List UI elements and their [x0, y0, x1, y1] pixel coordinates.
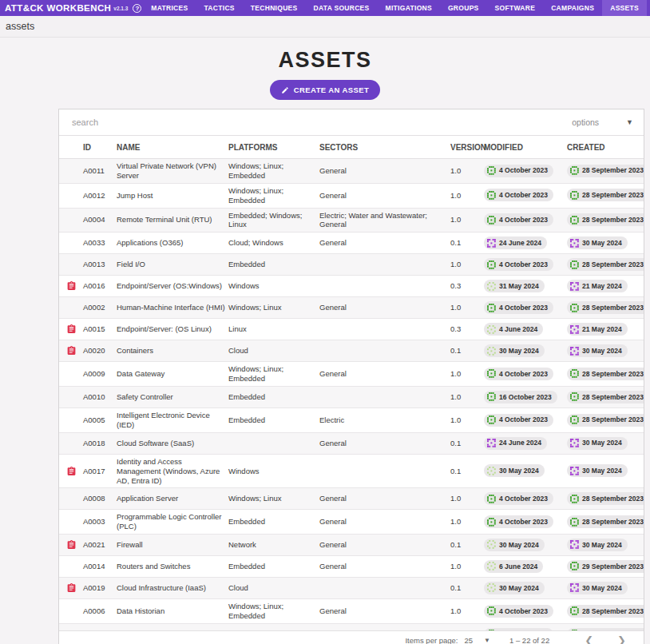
- version-identicon-icon: [570, 166, 579, 175]
- table-row[interactable]: A0021FirewallNetworkGeneral0.1 30 May 20…: [59, 535, 644, 556]
- table-row[interactable]: A0008Application ServerWindows; LinuxGen…: [59, 488, 644, 510]
- created-date-badge: 30 May 2024: [567, 462, 644, 479]
- table-row[interactable]: A0017Identity and Access Management (Win…: [59, 455, 644, 489]
- nav-item-techniques[interactable]: TECHNIQUES: [243, 0, 306, 16]
- version-identicon-icon: [570, 216, 579, 225]
- created-date-badge: 28 September 2023: [567, 186, 644, 204]
- asset-id: A0005: [83, 413, 117, 427]
- created-date: 28 September 2023: [582, 370, 644, 379]
- asset-name: Data Historian: [117, 604, 228, 618]
- table-row[interactable]: A0006Data HistorianWindows; Linux; Embed…: [59, 599, 644, 624]
- column-header-platforms[interactable]: PLATFORMS: [228, 141, 319, 153]
- asset-sectors: [319, 284, 450, 288]
- created-date: 28 September 2023: [582, 216, 644, 225]
- modified-date-badge: 30 May 2024: [484, 582, 545, 594]
- version-identicon-icon: [570, 540, 579, 549]
- table-row[interactable]: A0009Data GatewayWindows; Linux; Embedde…: [59, 362, 644, 387]
- modified-date-badge: 30 May 2024: [484, 579, 567, 597]
- nav-item-mitigations[interactable]: MITIGATIONS: [378, 0, 440, 16]
- version-identicon-icon: [487, 439, 496, 447]
- version-identicon-icon: [570, 415, 579, 424]
- table-row[interactable]: A0007Control ServerWindows; LinuxGeneral…: [59, 624, 644, 630]
- options-dropdown[interactable]: options ▼: [572, 117, 633, 127]
- asset-id: A0008: [83, 491, 117, 506]
- modified-date: 24 June 2024: [499, 439, 541, 447]
- version-identicon-icon: [570, 562, 579, 570]
- nav-item-assets[interactable]: ASSETS: [602, 0, 647, 16]
- created-date-badge: 28 September 2023: [567, 605, 644, 618]
- table-row[interactable]: A0005Intelligent Electronic Device (IED)…: [59, 408, 644, 433]
- table-row[interactable]: A0019Cloud Infrastructure (IaaS)Cloud0.1…: [59, 578, 644, 599]
- asset-sectors: [319, 469, 450, 474]
- nav-item-tactics[interactable]: TACTICS: [196, 0, 242, 16]
- column-header-name[interactable]: NAME: [117, 141, 228, 153]
- column-header-version[interactable]: VERSION: [450, 141, 484, 153]
- items-per-page-value[interactable]: 25: [465, 636, 474, 644]
- version-identicon-icon: [570, 392, 579, 401]
- created-date-badge: 28 September 2023: [567, 365, 644, 383]
- asset-sectors: [319, 262, 450, 267]
- created-date-badge: 28 September 2023: [567, 490, 644, 507]
- chevron-down-icon: ▼: [626, 118, 633, 126]
- nav-item-software[interactable]: SOFTWARE: [487, 0, 544, 16]
- table-row[interactable]: A0010Safety ControllerEmbedded1.0 16 Oct…: [59, 387, 644, 408]
- created-date-badge: 21 May 2024: [567, 280, 628, 292]
- create-asset-button[interactable]: CREATE AN ASSET: [270, 80, 380, 100]
- column-header-created[interactable]: CREATED: [567, 141, 644, 153]
- nav-item-groups[interactable]: GROUPS: [440, 0, 487, 16]
- modified-date: 4 October 2023: [499, 370, 548, 379]
- asset-name: Endpoint/Server: (OS Linux): [117, 322, 228, 336]
- chevron-left-icon[interactable]: ❮: [575, 634, 603, 644]
- modified-date-badge: 4 October 2023: [484, 299, 567, 316]
- help-icon[interactable]: ?: [133, 4, 141, 13]
- column-header-sectors[interactable]: SECTORS: [319, 141, 450, 153]
- version-identicon-icon: [487, 369, 496, 378]
- table-row[interactable]: A0018Cloud Software (SaaS)General0.1 24 …: [59, 433, 644, 455]
- asset-name: Human-Machine Interface (HMI): [117, 300, 228, 315]
- app-version: v2.1.3: [113, 6, 128, 11]
- version-identicon-icon: [570, 369, 579, 378]
- nav-item-campaigns[interactable]: CAMPAIGNS: [543, 0, 602, 16]
- table-row[interactable]: A0013Field I/OEmbedded1.0 4 October 2023…: [59, 254, 644, 276]
- asset-platforms: Windows; Linux: [228, 491, 319, 506]
- table-row[interactable]: A0003Programmable Logic Controller (PLC)…: [59, 510, 644, 535]
- created-date-badge: 28 September 2023: [567, 256, 644, 273]
- created-date: 30 May 2024: [582, 584, 622, 593]
- table-row[interactable]: A0011Virtual Private Network (VPN) Serve…: [59, 159, 644, 184]
- breadcrumb: assets: [0, 16, 650, 38]
- items-per-page-chevron-down-icon[interactable]: ▼: [484, 637, 490, 644]
- asset-sectors: General: [319, 491, 450, 506]
- created-date-badge: 30 May 2024: [567, 464, 628, 477]
- modified-date-badge: 4 October 2023: [484, 256, 567, 273]
- chevron-right-icon[interactable]: ❯: [608, 634, 636, 644]
- asset-version: 1.0: [450, 559, 484, 574]
- create-button-wrap: CREATE AN ASSET: [0, 80, 650, 100]
- version-identicon-icon: [487, 415, 496, 424]
- column-header-modified[interactable]: MODIFIED: [484, 141, 567, 153]
- nav-item-data-sources[interactable]: DATA SOURCES: [306, 0, 378, 16]
- table-row[interactable]: A0020ContainersCloud0.1 30 May 2024 30 M…: [59, 340, 644, 362]
- created-date: 28 September 2023: [582, 393, 644, 402]
- created-date: 30 May 2024: [582, 439, 622, 447]
- table-row[interactable]: A0016Endpoint/Server (OS:Windows)Windows…: [59, 276, 644, 297]
- assignment-icon: [66, 466, 77, 477]
- created-date-badge: 30 May 2024: [567, 435, 644, 452]
- asset-id: A0014: [83, 559, 117, 574]
- created-date-badge: 30 May 2024: [567, 582, 628, 594]
- created-date-badge: 28 September 2023: [567, 492, 644, 505]
- asset-platforms: Embedded: [228, 559, 319, 574]
- table-row[interactable]: A0012Jump HostWindows; Linux; EmbeddedGe…: [59, 184, 644, 209]
- table-header-row: ID NAME PLATFORMS SECTORS VERSION MODIFI…: [59, 135, 644, 159]
- table-row[interactable]: A0004Remote Terminal Unit (RTU)Embedded;…: [59, 209, 644, 233]
- table-row[interactable]: A0015Endpoint/Server: (OS Linux)Linux0.3…: [59, 319, 644, 340]
- asset-sectors: General: [319, 436, 450, 451]
- version-identicon-icon: [487, 392, 496, 401]
- table-row[interactable]: A0002Human-Machine Interface (HMI)Window…: [59, 297, 644, 319]
- table-row[interactable]: A0033Applications (O365)Cloud; WindowsGe…: [59, 233, 644, 254]
- column-header-id[interactable]: ID: [83, 141, 117, 153]
- created-date: 30 May 2024: [582, 467, 622, 475]
- asset-id: A0013: [83, 257, 117, 272]
- table-row[interactable]: A0014Routers and SwitchesEmbeddedGeneral…: [59, 556, 644, 578]
- search-input[interactable]: [72, 117, 572, 127]
- nav-item-matrices[interactable]: MATRICES: [143, 0, 196, 16]
